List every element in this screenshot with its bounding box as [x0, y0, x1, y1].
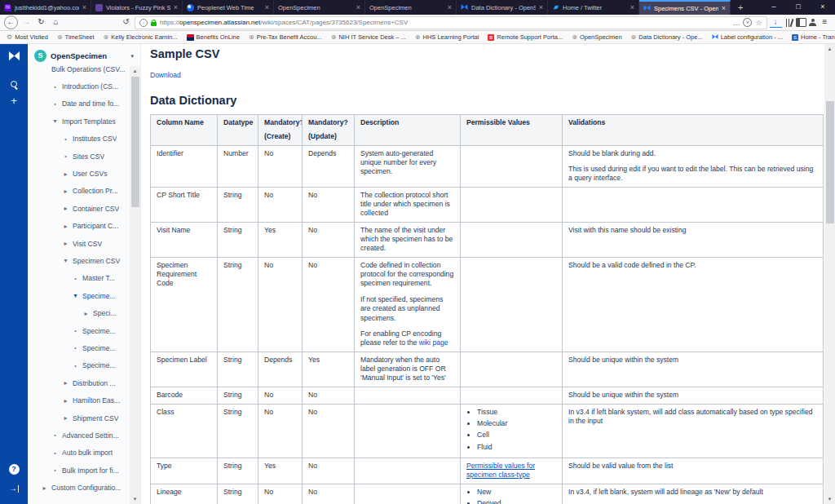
sidebar-item-specimen-csv[interactable]: ▾Specimen CSV: [28, 252, 130, 269]
app-window: + ? → S OpenSpecimen ▾ Bulk Operations (…: [0, 44, 835, 504]
downloads-icon[interactable]: ↓: [770, 17, 782, 28]
scroll-down-icon[interactable]: ▼: [130, 494, 140, 504]
sidebar-item-specime[interactable]: •Specime...: [28, 357, 130, 374]
bookmark-item[interactable]: ⊕Data Dictionary - Ope...: [631, 33, 703, 41]
browser-tab[interactable]: Data Dictionary - OpenSpeci ×: [457, 0, 548, 15]
close-button[interactable]: ×: [811, 0, 835, 15]
tab-close-icon[interactable]: ×: [265, 3, 269, 11]
bullet-icon: •: [51, 84, 59, 90]
page-scrollbar[interactable]: ▲ ▼: [824, 44, 835, 504]
sidebar-item-introduction[interactable]: •Introduction (CS...: [28, 77, 130, 95]
bookmark-item[interactable]: ⊕OpenSpecimen: [572, 33, 621, 41]
scroll-up-icon[interactable]: ▲: [130, 66, 140, 76]
sidebar-item-sites-csv[interactable]: •Sites CSV: [28, 148, 130, 165]
minimize-button[interactable]: –: [762, 0, 786, 15]
forward-button[interactable]: →: [20, 16, 33, 29]
scrollbar-thumb[interactable]: [131, 77, 139, 207]
account-icon[interactable]: [809, 19, 816, 26]
sidebar-item-specime[interactable]: •Specime...: [28, 339, 130, 356]
sidebar-item-specime[interactable]: •Specime...: [28, 322, 130, 339]
create-button[interactable]: +: [0, 95, 28, 107]
tab-close-icon[interactable]: ×: [174, 3, 178, 11]
sidebar-item-hamilton[interactable]: ▸Hamilton Eas...: [28, 391, 130, 409]
address-bar[interactable]: i https://openspecimen.atlassian.net/wik…: [135, 16, 767, 29]
url-text[interactable]: https://openspecimen.atlassian.net/wiki/…: [160, 19, 729, 26]
bookmark-item[interactable]: ⊕Kelly Electronic Earnin...: [104, 33, 178, 41]
download-link[interactable]: Download: [150, 71, 181, 79]
new-tab-button[interactable]: +: [731, 0, 750, 15]
tab-close-icon[interactable]: ×: [356, 3, 360, 11]
search-icon[interactable]: [0, 77, 28, 91]
sidebar-item-speci[interactable]: ▸Speci...: [28, 304, 130, 321]
sidebar-item-specimens-selected[interactable]: ▾Specime...: [28, 287, 130, 304]
scrollbar-thumb[interactable]: [826, 101, 834, 223]
browser-tab[interactable]: Peoplenet Web Time ×: [183, 0, 274, 15]
sidebar-scrollbar[interactable]: ▲ ▼: [130, 66, 140, 504]
chevron-down-icon[interactable]: ▾: [130, 53, 137, 60]
bookmark-item[interactable]: ⊕NIH IT Service Desk – ...: [331, 33, 406, 41]
tab-close-icon[interactable]: ×: [539, 3, 543, 11]
table-row-specimen-label: Specimen Label String Depends Yes Mandat…: [151, 351, 824, 387]
tab-close-icon[interactable]: ×: [722, 4, 726, 12]
tab-close-icon[interactable]: ×: [448, 3, 452, 11]
browser-tab[interactable]: Violators - Fuzzy Pink Slipper ×: [91, 0, 183, 15]
browser-tab-active[interactable]: Specimens CSV - OpenSpeci ×: [639, 0, 731, 15]
space-header[interactable]: S OpenSpecimen ▾: [28, 44, 140, 66]
tab-title: Peoplenet Web Time: [197, 4, 262, 11]
sidebar-item-bulk-operations[interactable]: Bulk Operations (CSV...: [28, 66, 130, 77]
scroll-down-icon[interactable]: ▼: [824, 494, 835, 504]
sidebar-item-master-t[interactable]: •Master T...: [28, 270, 130, 287]
tab-close-icon[interactable]: ×: [630, 3, 634, 11]
maximize-button[interactable]: □: [786, 0, 811, 15]
sidebar-item-participant[interactable]: ▸Participant C...: [28, 218, 130, 235]
tab-title: OpenSpecimen: [369, 4, 444, 11]
confluence-logo-icon[interactable]: [0, 50, 28, 65]
bookmark-item[interactable]: ⊕HHS Learning Portal: [415, 33, 479, 41]
help-icon[interactable]: ?: [0, 460, 28, 475]
sidebar-item-date-time[interactable]: •Date and time fo...: [28, 95, 130, 113]
bookmark-most-visited[interactable]: ⚙Most Visited: [7, 33, 48, 41]
bookmark-item[interactable]: ⊕Pre-Tax Benefit Accou...: [249, 33, 322, 41]
wiki-page-link[interactable]: wiki page: [419, 338, 448, 347]
sign-out-icon[interactable]: →: [0, 480, 28, 494]
sidebar-item-collection-pr[interactable]: ▸Collection Pr...: [28, 183, 130, 200]
tab-close-icon[interactable]: ×: [82, 3, 86, 11]
bookmark-item[interactable]: Label configuration - ...: [712, 33, 783, 42]
menu-icon[interactable]: ≡: [819, 16, 831, 29]
sidebar-item-import-templates[interactable]: ▾Import Templates: [28, 113, 130, 130]
sidebar-item-distribution[interactable]: ▸Distribution ...: [28, 374, 130, 391]
lock-icon[interactable]: [151, 22, 157, 26]
sidebar-item-bulk-import-for-fi[interactable]: •Bulk Import for fi...: [28, 462, 130, 479]
browser-tab[interactable]: OpenSpecimen ×: [365, 0, 457, 15]
bookmark-star-icon[interactable]: ☆: [755, 19, 762, 27]
scroll-up-icon[interactable]: ▲: [824, 44, 835, 54]
tab-title: OpenSpecimen: [278, 4, 353, 11]
reload-button[interactable]: ↻: [35, 16, 47, 29]
browser-tab[interactable]: OpenSpecimen ×: [274, 0, 365, 15]
page-actions-icon[interactable]: …: [732, 19, 740, 27]
sidebar-item-user-csvs[interactable]: ▸User CSVs: [28, 165, 130, 182]
col-header-mandatory-update: Mandatory?(Update): [303, 115, 355, 146]
bookmark-item[interactable]: BRemote Support Porta...: [488, 33, 563, 41]
history-icon[interactable]: ↺: [120, 16, 132, 29]
browser-tab[interactable]: ✉ justthekidd1@yahoo.com - Y ×: [0, 0, 91, 15]
space-sidebar: S OpenSpecimen ▾ Bulk Operations (CSV...…: [28, 44, 141, 504]
sidebar-item-custom-configuration[interactable]: ▸Custom Configuratio...: [28, 479, 130, 496]
sidebar-item-auto-bulk-import[interactable]: •Auto bulk import: [28, 444, 130, 462]
library-icon[interactable]: [784, 19, 794, 27]
sidebar-item-shipment-csv[interactable]: ▸Shipment CSV: [28, 409, 130, 427]
sidebar-item-container-csv[interactable]: ▸Container CSV: [28, 200, 130, 217]
sidebar-item-visit-csv[interactable]: ▸Visit CSV: [28, 235, 130, 252]
sidebar-item-institutes-csv[interactable]: •Institutes CSV: [28, 130, 130, 148]
bookmark-item[interactable]: ⊕TimeSheet: [57, 33, 95, 41]
site-info-icon[interactable]: i: [139, 19, 148, 27]
browser-tab[interactable]: Home / Twitter ×: [548, 0, 639, 15]
bookmark-item[interactable]: Benefits OnLine: [187, 33, 240, 41]
pocket-icon[interactable]: ∨: [743, 18, 752, 27]
bookmark-item[interactable]: SHome - Translational ...: [792, 33, 835, 41]
permissible-values-class-type-link[interactable]: Permissible values for specimen class-ty…: [466, 462, 535, 479]
sidebar-toggle-icon[interactable]: [796, 18, 806, 27]
home-button[interactable]: ⌂: [50, 16, 62, 29]
back-button[interactable]: ←: [4, 15, 18, 29]
sidebar-item-advanced-settings[interactable]: •Advanced Settin...: [28, 427, 130, 444]
